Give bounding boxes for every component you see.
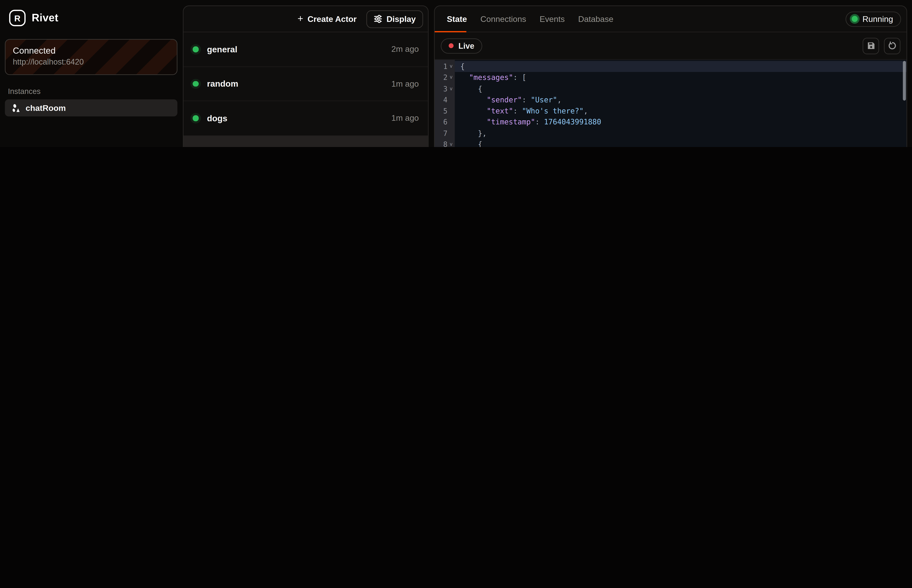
fold-marker-icon[interactable]: v: [447, 139, 455, 147]
state-json-editor[interactable]: 1v2v3v45678v910111213v14151617 { "messag…: [435, 60, 907, 147]
line-number: 5: [435, 105, 447, 116]
status-dot-icon: [193, 81, 199, 87]
sidebar: R Rivet Connected http://localhost:6420 …: [0, 0, 183, 147]
code-segment: ,: [584, 107, 588, 115]
code-segment: :: [522, 95, 531, 104]
code-line-8: {: [455, 139, 907, 147]
running-dot-icon: [851, 16, 857, 22]
actor-timestamp: 2m ago: [391, 45, 419, 54]
editor-gutter: 1v2v3v45678v910111213v14151617: [435, 60, 455, 147]
save-button[interactable]: [863, 37, 879, 54]
create-actor-button[interactable]: + Create Actor: [297, 14, 357, 24]
editor-actions: [863, 37, 900, 54]
sidebar-item-chatroom[interactable]: chatRoom: [5, 99, 178, 116]
line-number: 1: [435, 61, 447, 72]
gutter-line-1: 1v: [435, 61, 455, 72]
rivet-logo-text: Rivet: [32, 12, 58, 24]
sliders-icon: [374, 15, 382, 23]
display-button[interactable]: Display: [366, 10, 423, 28]
tab-events[interactable]: Events: [533, 6, 571, 32]
fold-marker-icon: [447, 128, 455, 139]
actor-timestamp: 1m ago: [391, 79, 419, 88]
code-segment: "sender": [460, 95, 522, 104]
connection-status: Connected: [13, 45, 169, 57]
refresh-button[interactable]: [884, 37, 900, 54]
tabs: StateConnectionsEventsDatabase: [440, 6, 620, 32]
line-number: 3: [435, 83, 447, 94]
live-badge-label: Live: [458, 41, 474, 50]
line-number: 2: [435, 72, 447, 83]
inspector-header: StateConnectionsEventsDatabase Running: [435, 6, 907, 32]
create-actor-label: Create Actor: [308, 15, 357, 24]
actor-row-random[interactable]: random1m ago: [184, 67, 428, 101]
connection-url: http://localhost:6420: [13, 57, 169, 66]
editor-scrollbar[interactable]: [903, 61, 906, 100]
gutter-line-3: 3v: [435, 83, 455, 94]
code-line-3: {: [455, 83, 907, 94]
code-segment: 1764043991880: [544, 118, 601, 126]
refresh-icon: [888, 41, 896, 50]
live-badge[interactable]: Live: [441, 38, 482, 53]
status-badge-label: Running: [862, 15, 893, 24]
line-number: 6: [435, 116, 447, 128]
app-root: R Rivet Connected http://localhost:6420 …: [0, 0, 912, 147]
code-segment: "timestamp": [460, 118, 535, 126]
fold-marker-icon[interactable]: v: [447, 83, 455, 94]
actors-panel: + Create Actor Display general2m agorand…: [183, 5, 429, 147]
actor-name: random: [207, 79, 238, 89]
tab-state[interactable]: State: [440, 6, 474, 32]
editor-code: { "messages": [ { "sender": "User", "tex…: [455, 61, 907, 147]
fold-marker-icon: [447, 105, 455, 116]
gutter-line-2: 2v: [435, 72, 455, 83]
gutter-line-4: 4: [435, 94, 455, 105]
code-segment: },: [460, 129, 487, 137]
code-line-1: {: [455, 61, 907, 72]
save-icon: [867, 41, 875, 50]
code-line-6: "timestamp": 1764043991880: [455, 116, 907, 128]
fold-marker-icon: [447, 94, 455, 105]
actor-timestamp: 1m ago: [391, 114, 419, 123]
actors-panel-header: + Create Actor Display: [184, 6, 428, 32]
gutter-line-7: 7: [435, 128, 455, 139]
code-line-2: "messages": [: [455, 72, 907, 83]
status-dot-icon: [193, 115, 199, 121]
connection-status-card[interactable]: Connected http://localhost:6420: [5, 39, 178, 75]
live-dot-icon: [449, 43, 454, 48]
code-segment: {: [460, 84, 482, 93]
code-segment: "messages": [460, 73, 513, 82]
status-dot-icon: [193, 46, 199, 52]
code-segment: {: [460, 140, 482, 147]
code-segment: {: [460, 62, 465, 71]
tab-connections[interactable]: Connections: [474, 6, 533, 32]
status-badge: Running: [846, 11, 901, 27]
code-segment: ,: [557, 95, 562, 104]
active-tab-indicator: [435, 31, 466, 32]
code-line-5: "text": "Who's there?",: [455, 105, 907, 116]
line-number: 4: [435, 94, 447, 105]
code-line-7: },: [455, 128, 907, 139]
gutter-line-8: 8v: [435, 139, 455, 147]
actor-group-icon: [12, 103, 21, 113]
actor-row-backend[interactable]: backend1m ago: [184, 136, 428, 147]
instance-name: chatRoom: [26, 103, 66, 113]
state-toolbar: Live: [435, 32, 907, 60]
gutter-line-6: 6: [435, 116, 455, 128]
instances-label: Instances: [8, 87, 40, 96]
line-number: 8: [435, 139, 447, 147]
actor-row-dogs[interactable]: dogs1m ago: [184, 101, 428, 136]
code-segment: "User": [531, 95, 557, 104]
display-label: Display: [386, 15, 416, 24]
fold-marker-icon[interactable]: v: [447, 61, 455, 72]
plus-icon: +: [297, 14, 303, 24]
code-segment: : [: [513, 73, 526, 82]
gutter-line-5: 5: [435, 105, 455, 116]
code-segment: :: [535, 118, 544, 126]
tab-database[interactable]: Database: [571, 6, 620, 32]
rivet-logo[interactable]: R Rivet: [9, 10, 58, 26]
rivet-logo-icon: R: [9, 10, 26, 26]
code-segment: "Who's there?": [522, 107, 583, 115]
actor-row-general[interactable]: general2m ago: [184, 32, 428, 67]
code-segment: "text": [460, 107, 513, 115]
actor-list: general2m agorandom1m agodogs1m agobacke…: [184, 32, 428, 147]
fold-marker-icon[interactable]: v: [447, 72, 455, 83]
